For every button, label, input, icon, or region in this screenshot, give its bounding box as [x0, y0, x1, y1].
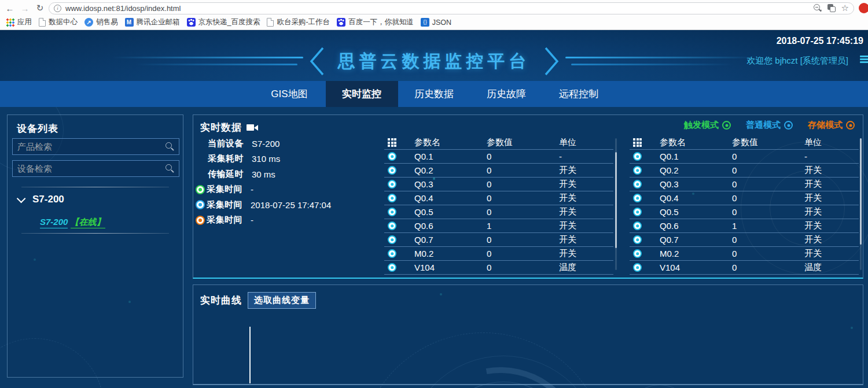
table-row[interactable]: Q0.7 0 开关 [630, 233, 859, 247]
param-value: 0 [487, 151, 559, 161]
select-curve-variable-button[interactable]: 选取曲线变量 [248, 292, 316, 309]
bookmark-item[interactable]: JSON [421, 17, 451, 28]
table-row[interactable]: Q0.6 1 开关 [630, 219, 859, 233]
target-icon[interactable] [388, 194, 396, 202]
param-value: 0 [487, 193, 559, 203]
table-row[interactable]: Q0.6 1 开关 [384, 219, 613, 233]
bookmark-item[interactable]: 销售易 [84, 17, 118, 28]
param-name: Q0.6 [660, 221, 732, 231]
table-header-row: 参数名 参数值 单位 [630, 136, 859, 150]
target-icon[interactable] [388, 249, 396, 258]
forward-icon[interactable]: → [19, 2, 31, 14]
target-icon [846, 121, 855, 130]
table-row[interactable]: Q0.3 0 开关 [630, 178, 859, 191]
search-icon[interactable] [165, 142, 174, 151]
product-search-input[interactable] [17, 142, 165, 151]
table-row[interactable]: Q0.5 0 开关 [384, 205, 613, 219]
target-icon[interactable] [633, 235, 642, 244]
title-deco-left [159, 57, 303, 66]
menu-list-icon[interactable] [860, 56, 868, 65]
tab-realtime-monitor[interactable]: 实时监控 [326, 81, 398, 107]
table-row[interactable]: Q0.4 0 开关 [384, 191, 613, 205]
target-icon[interactable] [633, 194, 642, 202]
tab-history-fault[interactable]: 历史故障 [470, 81, 543, 107]
table-1-scrollbar[interactable] [615, 138, 617, 270]
table-row[interactable]: V104 0 温度 [384, 261, 613, 275]
device-list-title: 设备列表 [17, 122, 58, 135]
bookmark-item[interactable]: 数据中心 [39, 17, 78, 28]
device-tree-root[interactable]: S7-200 [17, 194, 64, 205]
page-info-icon[interactable]: i [54, 5, 61, 12]
bookmark-item[interactable]: 京东快递_百度搜索 [187, 17, 260, 28]
param-name: Q0.5 [660, 207, 732, 217]
device-search-input[interactable] [17, 164, 165, 173]
page-title: 思普云数据监控平台 [338, 50, 531, 73]
grid-icon[interactable] [633, 138, 642, 147]
bookmark-favicon [267, 18, 274, 27]
translate-icon[interactable] [827, 4, 836, 12]
table-row[interactable]: Q0.5 0 开关 [630, 205, 859, 219]
target-icon[interactable] [388, 152, 396, 161]
bookmark-favicon [337, 18, 345, 27]
product-search-box [12, 138, 179, 155]
table-row[interactable]: M0.2 0 开关 [384, 247, 613, 261]
target-icon[interactable] [633, 166, 642, 175]
info-row-collect-time-cost: 采集耗时 310 ms [193, 151, 380, 167]
tab-gis-map[interactable]: GIS地图 [253, 81, 326, 107]
table-row[interactable]: M0.2 0 开关 [630, 247, 859, 261]
target-icon[interactable] [633, 249, 642, 258]
table-2-scrollbar[interactable] [860, 138, 862, 270]
table-header-row: 参数名 参数值 单位 [384, 136, 613, 150]
reload-icon[interactable]: ↻ [34, 2, 46, 14]
device-tree-item[interactable]: S7-200 【在线】 [40, 217, 105, 228]
target-icon[interactable] [388, 263, 396, 272]
bookmark-item[interactable]: 欧台采购-工作台 [267, 17, 330, 28]
storage-mode-button[interactable]: 存储模式 [808, 120, 855, 131]
param-value: 0 [732, 165, 804, 175]
table-row[interactable]: Q0.7 0 开关 [384, 233, 613, 247]
param-value: 0 [487, 263, 559, 272]
bookmark-item[interactable]: 腾讯企业邮箱 [125, 17, 180, 28]
target-icon[interactable] [388, 166, 396, 175]
browser-profile-avatar[interactable] [859, 3, 868, 13]
bookmark-label: 腾讯企业邮箱 [137, 17, 180, 27]
address-bar[interactable]: i www.idosp.net:81/idosp/index.html ☆ [49, 2, 854, 14]
bookmark-item[interactable]: 应用 [6, 17, 32, 28]
url-text[interactable]: www.idosp.net:81/idosp/index.html [65, 4, 808, 13]
tab-history-data[interactable]: 历史数据 [398, 81, 470, 107]
main-nav: GIS地图 实时监控 历史数据 历史故障 远程控制 [0, 81, 868, 107]
table-row[interactable]: Q0.1 0 - [384, 150, 613, 164]
target-icon[interactable] [633, 208, 642, 216]
table-row[interactable]: Q0.4 0 开关 [630, 191, 859, 205]
target-icon[interactable] [388, 208, 396, 216]
device-link[interactable]: S7-200 [40, 217, 68, 228]
tab-remote-control[interactable]: 远程控制 [543, 81, 615, 107]
bookmark-favicon [421, 18, 429, 27]
back-icon[interactable]: ← [3, 2, 16, 14]
param-name: Q0.7 [660, 235, 732, 245]
target-icon[interactable] [633, 180, 642, 189]
table-row[interactable]: Q0.3 0 开关 [384, 178, 613, 191]
info-value: S7-200 [252, 139, 279, 149]
target-icon[interactable] [633, 152, 642, 161]
target-icon [722, 121, 731, 130]
normal-mode-label: 普通模式 [746, 120, 781, 131]
table-row[interactable]: Q0.2 0 开关 [384, 164, 613, 178]
target-icon [196, 200, 205, 209]
target-icon[interactable] [633, 263, 642, 272]
trigger-mode-button[interactable]: 触发模式 [684, 120, 731, 131]
table-row[interactable]: Q0.1 0 - [630, 150, 859, 164]
search-icon[interactable] [165, 164, 174, 173]
target-icon[interactable] [633, 221, 642, 230]
table-row[interactable]: Q0.2 0 开关 [630, 164, 859, 178]
zoom-out-icon[interactable] [814, 4, 822, 12]
bookmark-star-icon[interactable]: ☆ [841, 3, 849, 13]
table-row[interactable]: V104 0 温度 [630, 261, 859, 275]
target-icon[interactable] [388, 235, 396, 244]
grid-icon[interactable] [388, 138, 396, 147]
target-icon[interactable] [388, 180, 396, 189]
param-name: Q0.4 [660, 193, 732, 203]
bookmark-item[interactable]: 百度一下，你就知道 [337, 17, 414, 28]
normal-mode-button[interactable]: 普通模式 [746, 120, 793, 131]
target-icon[interactable] [388, 221, 396, 230]
